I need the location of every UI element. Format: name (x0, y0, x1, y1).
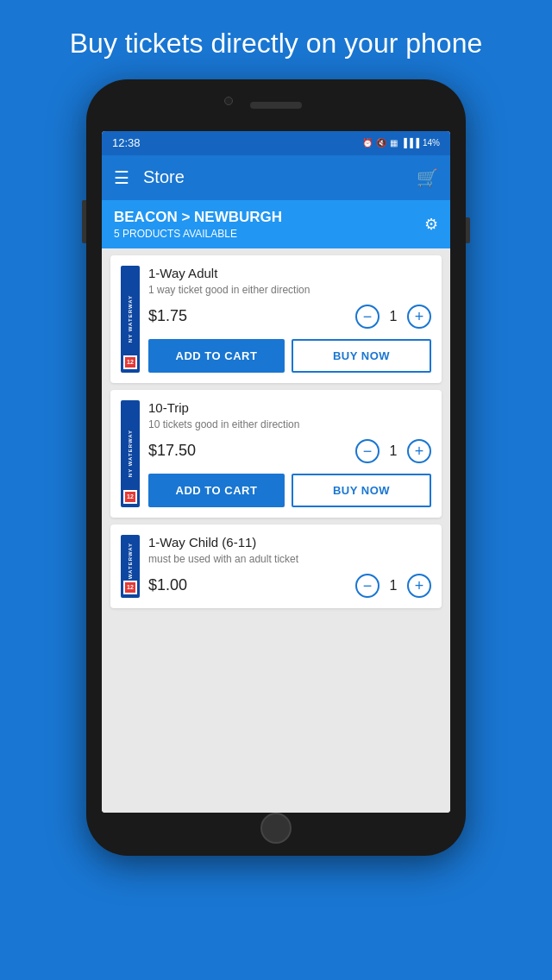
ticket-waterway-text-1: NY WATERWAY (128, 295, 133, 342)
add-to-cart-button-2[interactable]: ADD TO CART (148, 474, 285, 507)
phone-volume-button (82, 200, 86, 243)
wifi-icon: ▦ (390, 138, 398, 148)
phone-camera (224, 97, 233, 105)
route-info: BEACON > NEWBURGH 5 PRODUCTS AVAILABLE (114, 209, 282, 240)
increment-button-2[interactable]: + (407, 439, 431, 463)
alarm-icon: ⏰ (362, 138, 373, 148)
quantity-value-2: 1 (386, 443, 400, 459)
decrement-button-2[interactable]: − (355, 439, 380, 463)
phone-home-button (260, 813, 292, 844)
product-price-3: $1.00 (148, 576, 347, 594)
signal-icon: ▐▐▐ (401, 138, 419, 148)
status-time: 12:38 (112, 136, 141, 149)
product-price-row-3: $1.00 − 1 + (148, 574, 431, 598)
product-name-2: 10-Trip (148, 400, 431, 415)
status-bar: 12:38 ⏰ 🔇 ▦ ▐▐▐ 14% (102, 131, 450, 155)
app-toolbar: ☰ Store 🛒 (102, 155, 450, 200)
route-header: BEACON > NEWBURGH 5 PRODUCTS AVAILABLE ⚙ (102, 200, 450, 248)
product-card-2: NY WATERWAY 12 10-Trip 10 tickets good i… (110, 390, 442, 518)
product-price-2: $17.50 (148, 442, 347, 460)
quantity-value-1: 1 (386, 309, 400, 324)
status-icons: ⏰ 🔇 ▦ ▐▐▐ 14% (362, 138, 440, 148)
decrement-button-1[interactable]: − (355, 305, 380, 329)
product-price-row-2: $17.50 − 1 + (148, 439, 431, 463)
increment-button-3[interactable]: + (407, 574, 431, 598)
ticket-logo-2: 12 (123, 490, 137, 504)
ticket-waterway-text-2: NY WATERWAY (128, 430, 133, 477)
product-details-1: 1-Way Adult 1 way ticket good in either … (148, 266, 431, 373)
quantity-value-3: 1 (386, 578, 400, 594)
route-subtitle: 5 PRODUCTS AVAILABLE (114, 228, 282, 240)
quantity-control-1: − 1 + (355, 305, 431, 329)
toolbar-title: Store (143, 167, 417, 187)
hero-text: Buy tickets directly on your phone (18, 0, 534, 79)
ticket-logo-3: 12 (123, 581, 137, 594)
battery-icon: 14% (423, 138, 440, 148)
product-actions-1: ADD TO CART BUY NOW (148, 339, 431, 373)
product-price-1: $1.75 (148, 307, 347, 325)
cart-icon[interactable]: 🛒 (417, 167, 438, 188)
mute-icon: 🔇 (376, 138, 386, 148)
product-desc-1: 1 way ticket good in either direction (148, 284, 431, 296)
ticket-thumbnail-1: NY WATERWAY 12 (121, 266, 140, 373)
phone-speaker (250, 102, 302, 109)
product-card-3: NY WATERWAY 12 1-Way Child (6-11) must b… (110, 525, 442, 608)
increment-button-1[interactable]: + (407, 305, 431, 329)
ticket-thumbnail-2: NY WATERWAY 12 (121, 400, 140, 507)
quantity-control-3: − 1 + (355, 574, 431, 598)
product-desc-3: must be used with an adult ticket (148, 553, 431, 565)
buy-now-button-2[interactable]: BUY NOW (292, 474, 431, 507)
product-details-3: 1-Way Child (6-11) must be used with an … (148, 535, 431, 598)
product-actions-2: ADD TO CART BUY NOW (148, 474, 431, 507)
phone-mockup: 12:38 ⏰ 🔇 ▦ ▐▐▐ 14% ☰ Store 🛒 BEACON > N… (86, 79, 466, 856)
product-list: NY WATERWAY 12 1-Way Adult 1 way ticket … (102, 248, 450, 813)
phone-power-button (466, 217, 470, 243)
phone-screen: 12:38 ⏰ 🔇 ▦ ▐▐▐ 14% ☰ Store 🛒 BEACON > N… (102, 131, 450, 813)
menu-icon[interactable]: ☰ (114, 167, 129, 188)
ticket-logo-1: 12 (123, 355, 137, 369)
add-to-cart-button-1[interactable]: ADD TO CART (148, 339, 285, 373)
product-details-2: 10-Trip 10 tickets good in either direct… (148, 400, 431, 507)
decrement-button-3[interactable]: − (355, 574, 380, 598)
filter-icon[interactable]: ⚙ (424, 215, 438, 234)
quantity-control-2: − 1 + (355, 439, 431, 463)
product-desc-2: 10 tickets good in either direction (148, 418, 431, 430)
product-name-3: 1-Way Child (6-11) (148, 535, 431, 550)
product-price-row-1: $1.75 − 1 + (148, 305, 431, 329)
route-title: BEACON > NEWBURGH (114, 209, 282, 226)
ticket-thumbnail-3: NY WATERWAY 12 (121, 535, 140, 598)
product-name-1: 1-Way Adult (148, 266, 431, 280)
buy-now-button-1[interactable]: BUY NOW (292, 339, 431, 373)
product-card-1: NY WATERWAY 12 1-Way Adult 1 way ticket … (110, 255, 442, 383)
